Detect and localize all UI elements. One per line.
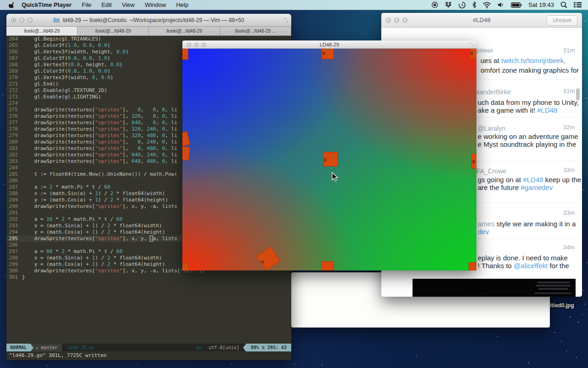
menu-file[interactable]: File [82,1,91,8]
desktop-file-label[interactable]: itled0.jpg [550,302,574,309]
apple-menu[interactable] [8,1,14,8]
tweet-timestamp: 31m [563,47,575,54]
tweet-media-image[interactable] [413,279,576,297]
spotlight-icon[interactable] [560,1,567,8]
close-button[interactable] [187,42,191,46]
minimize-button[interactable] [394,17,399,23]
minimize-button[interactable] [194,42,198,46]
tweet-text: e working on an adventure game [478,132,578,140]
tweet-text-fragment: e working on an adventure game [478,132,578,140]
tweet-link[interactable]: #LD48 [523,176,543,184]
game-sprite-2: +0 [322,49,334,59]
game-sprite-10 [469,262,476,270]
twitter-traffic-lights[interactable] [386,17,407,23]
tweet-text-fragment: ! Thanks to [478,262,514,270]
bluetooth-icon[interactable] [472,1,476,8]
terminal-traffic-lights[interactable] [11,17,33,23]
tweet-author-handle[interactable]: xanderBirke [476,88,511,96]
notification-center-icon[interactable] [574,2,582,8]
media-text-noise [538,288,568,290]
tweet-timestamp: 33m [563,209,575,216]
menu-help[interactable]: Help [176,1,188,8]
desktop: itled0.jpg #LD48 Unsave Tom Rijnbeek @to… [0,0,588,368]
git-branch: ∠ master [34,344,62,351]
media-text-noise [536,285,571,287]
scrollbar-thumb[interactable] [576,88,580,100]
game-window[interactable]: LD48-29 +00+0+00+0 [182,40,476,270]
tweet-link[interactable]: @aliceffekt [514,262,548,270]
terminal-tab-2[interactable]: lloeki@.../ld48-29 [78,27,149,35]
tweet-text: ues at twitch.tv/tomrijnbeek. [481,57,565,64]
battery-icon[interactable] [511,2,522,8]
menubar-clock[interactable]: Sat 19:43 [528,1,554,8]
fullscreen-icon[interactable] [469,42,474,46]
close-button[interactable] [386,17,391,23]
terminal-tab-3[interactable]: lloeki@.../ld48-29 [149,27,220,35]
game-sprite-11 [182,262,189,270]
game-sprite-4 [182,131,190,148]
game-sprite-3: 0 [469,49,476,59]
tweet-author-handle[interactable]: FA_Crowe [476,167,506,175]
tweet-timestamp: 33m [563,167,575,173]
tweet-link[interactable]: #LD48 [537,106,557,114]
menu-view[interactable]: View [122,1,135,8]
minimize-button[interactable] [19,17,24,23]
game-sprite-7: 0 [471,154,476,169]
tweet-handle-fragment[interactable]: ames [478,220,497,228]
terminal-tab-4[interactable]: lloeki@.../ld48-29 ... [220,27,291,35]
tweet-text-fragment: ake a game with it! [478,106,537,114]
terminal-tabbar: lloeki@.../ld48-29lloeki@.../ld48-29lloe… [6,27,291,36]
game-sprite-8: +0 [256,247,281,270]
sprite-label: 0 [470,51,473,56]
tweet-text: ! Thanks to @aliceffekt for the [478,262,569,270]
twitter-titlebar[interactable]: #LD48 Unsave [381,13,582,28]
game-sprite-1 [182,49,188,60]
tweet-timestamp: 31m [563,87,575,94]
terminal-titlebar[interactable]: ld48-29 — lloeki@Coriolis: ~/Workspace/p… [6,14,291,27]
vim-encoding: utf-8[unix] [205,344,243,351]
record-stop-icon[interactable] [431,1,438,8]
unsave-button[interactable]: Unsave [547,15,577,26]
time-machine-icon[interactable] [458,1,466,9]
zoom-button[interactable] [402,17,407,23]
menu-window[interactable]: Window [145,1,166,8]
powerline-arrow-icon [243,344,246,352]
vim-statusbar: NORMAL ∠ master ld48-29.go go utf-8[unix… [6,344,291,351]
terminal-window-title: ld48-29 — lloeki@Coriolis: ~/Workspace/p… [62,17,244,23]
game-window-title: LD48-29 [320,42,339,47]
modified-dot-icon [13,19,14,21]
tweet-text-fragment: omfort zone making graphics for [481,66,579,74]
wifi-icon[interactable] [483,2,491,8]
vim-message: "ld48-29.go" 301L, 7725C written [6,351,291,360]
tweet-text-fragment: keep up the [543,176,582,184]
tweet-text-fragment: style we are making it in a [497,220,576,228]
volume-icon[interactable] [498,2,504,8]
fullscreen-icon[interactable] [284,18,288,23]
vim-mode: NORMAL [6,344,30,351]
sprite-center-marker: + [331,154,333,158]
apple-logo-icon [8,1,14,8]
game-sprite-9 [322,261,334,270]
zoom-button[interactable] [202,42,206,46]
sprite-label: 0 [472,160,475,164]
game-canvas[interactable]: +00+0+00+0 [182,49,476,270]
tweet-author-handle[interactable]: @Laralyn [478,125,505,132]
tweet-link[interactable]: twitch.tv/tomrijnbeek [501,57,564,64]
game-titlebar[interactable]: LD48-29 [182,40,476,49]
tweet-text-fragment: e Myst soundtrack playing in the [478,140,576,148]
folder-icon [53,17,60,23]
tweet-link[interactable]: #gamedev [520,184,553,191]
game-traffic-lights[interactable] [187,42,206,46]
tweet-text: are the future #gamedev [478,184,553,191]
dropbox-icon[interactable] [445,1,452,8]
close-button[interactable] [11,17,16,23]
zoom-button[interactable] [28,17,33,23]
powerline-arrow-icon [30,344,34,352]
menu-edit[interactable]: Edit [102,1,112,8]
code-line-301: 301} [6,274,291,281]
app-menu[interactable]: QuickTime Player [22,1,72,8]
tweet-link[interactable]: dev [478,228,489,236]
game-sprite-6: +0 [323,152,338,167]
terminal-tab-1[interactable]: lloeki@.../ld48-29 [6,27,78,35]
mouse-cursor-icon [332,172,339,182]
